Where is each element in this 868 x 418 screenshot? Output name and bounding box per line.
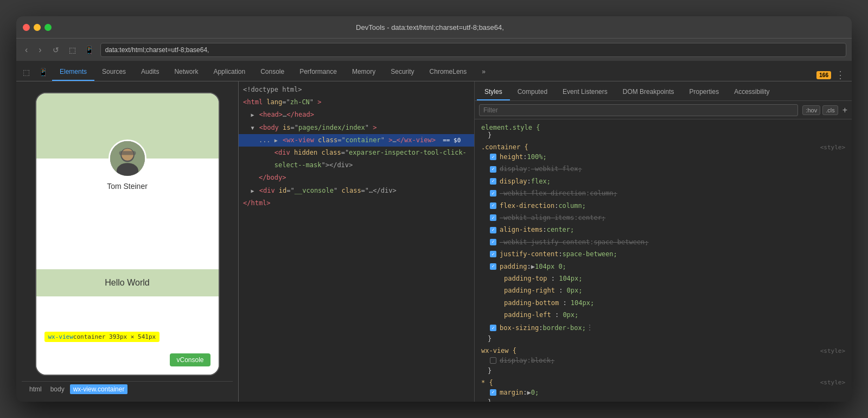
tab-more[interactable]: »: [474, 64, 493, 81]
prop-checkbox-padding[interactable]: ✓: [490, 263, 496, 270]
devtools-right-controls: 166 ⋮: [816, 69, 850, 81]
html-close[interactable]: </html>: [239, 197, 474, 210]
user-name: Tom Steiner: [107, 182, 148, 191]
html-head[interactable]: ▶ <head>…</head>: [239, 109, 474, 121]
html-doctype[interactable]: <!doctype html>: [239, 84, 474, 96]
tab-elements[interactable]: Elements: [52, 64, 94, 81]
html-root[interactable]: <html lang="zh-CN" >: [239, 96, 474, 109]
hov-button[interactable]: :hov: [802, 105, 820, 115]
wx-view-rule: wx-view { <style> display : block; }: [475, 345, 852, 376]
breadcrumb-body[interactable]: body: [47, 384, 68, 394]
forward-button[interactable]: ›: [35, 43, 44, 57]
prop-flex-direction: ✓ flex-direction : column;: [481, 200, 845, 212]
universal-rule: * { <style> ✓ margin : ▶ 0; }: [475, 377, 852, 402]
device-toggle-icon[interactable]: 📱: [34, 64, 52, 81]
prop-display-flex: ✓ display : flex;: [481, 175, 845, 187]
styles-panel: Styles Computed Event Listeners DOM Brea…: [475, 81, 852, 402]
prop-padding: ✓ padding : ▶ 104px 0;: [481, 261, 845, 273]
filter-input[interactable]: [479, 104, 798, 116]
prop-padding-top: padding-top : 104px;: [481, 273, 845, 284]
prop-box-sizing: ✓ box-sizing : border-box; ⋮: [481, 321, 845, 335]
html-exparser-div[interactable]: <div hidden class="exparser-inspector-to…: [239, 147, 474, 159]
html-wx-view[interactable]: ... ▶ <wx-view class="container" >…</wx-…: [239, 134, 474, 147]
styles-content: element.style { } .container { <style> ✓…: [475, 119, 852, 402]
inspect-icon[interactable]: ⬚: [67, 46, 78, 54]
prop-checkbox-height[interactable]: ✓: [490, 154, 496, 160]
prop-checkbox-webkit-align[interactable]: ✓: [490, 214, 496, 221]
tab-performance[interactable]: Performance: [292, 64, 344, 81]
prop-margin: ✓ margin : ▶ 0;: [481, 387, 845, 398]
prop-checkbox-justify[interactable]: ✓: [490, 251, 496, 257]
prop-checkbox-align-items[interactable]: ✓: [490, 227, 496, 233]
phone-frame: Tom Steiner Hello World wx-viewcontainer…: [35, 92, 220, 376]
devtools-tabs: ⬚ 📱 Elements Sources Audits Network Appl…: [16, 61, 852, 81]
tab-chromelens[interactable]: ChromeLens: [422, 64, 475, 81]
window-title: DevTools - data:text/html;charset=utf-8;…: [16, 23, 845, 31]
add-style-button[interactable]: +: [843, 105, 847, 115]
dimension-badge: wx-viewcontainer 393px × 541px: [44, 332, 160, 342]
html-tree-panel: <!doctype html> <html lang="zh-CN" > ▶ <…: [239, 81, 475, 402]
html-body-open[interactable]: ▼ <body is="pages/index/index" >: [239, 122, 474, 134]
tab-properties[interactable]: Properties: [681, 84, 726, 100]
prop-display-webkit: ✓ display : -webkit-flex;: [481, 163, 845, 175]
tab-network[interactable]: Network: [167, 64, 206, 81]
tab-sources[interactable]: Sources: [94, 64, 133, 81]
browser-toolbar: ‹ › ↺ ⬚ 📱: [16, 38, 852, 61]
main-content: Tom Steiner Hello World wx-viewcontainer…: [16, 81, 852, 402]
tab-dom-breakpoints[interactable]: DOM Breakpoints: [615, 84, 682, 100]
breadcrumb-container[interactable]: wx-view.container: [70, 384, 128, 394]
html-exparser-div2: select--mask"></div>: [239, 159, 474, 172]
prop-checkbox-webkit-flex-dir[interactable]: ✓: [490, 190, 496, 197]
tab-computed[interactable]: Computed: [510, 84, 555, 100]
tab-application[interactable]: Application: [206, 64, 253, 81]
more-options-dots[interactable]: ⋮: [586, 321, 593, 334]
prop-checkbox-display-block[interactable]: [490, 357, 496, 364]
breadcrumb-bar: html body wx-view.container: [22, 381, 233, 396]
tab-security[interactable]: Security: [383, 64, 422, 81]
warning-badge: 166: [816, 71, 831, 79]
reload-button[interactable]: ↺: [49, 43, 62, 56]
prop-align-items: ✓ align-items : center;: [481, 224, 845, 236]
hello-world-bar: Hello World: [36, 269, 219, 296]
address-bar[interactable]: [100, 43, 846, 57]
prop-webkit-justify: ✓ -webkit-justify-content : space-betwee…: [481, 236, 845, 248]
prop-justify-content: ✓ justify-content : space-between;: [481, 248, 845, 260]
html-vconsole-div[interactable]: ▶ <div id="__vconsole" class="…</div>: [239, 185, 474, 197]
avatar-area: Tom Steiner: [36, 140, 219, 191]
cls-button[interactable]: .cls: [822, 105, 838, 115]
back-button[interactable]: ‹: [22, 43, 31, 57]
prop-padding-right: padding-right : 0px;: [481, 284, 845, 296]
phone-screen: Tom Steiner Hello World wx-viewcontainer…: [36, 93, 219, 375]
prop-checkbox-box-sizing[interactable]: ✓: [490, 325, 496, 331]
tab-console[interactable]: Console: [253, 64, 292, 81]
prop-checkbox-display-webkit[interactable]: ✓: [490, 166, 496, 173]
tab-event-listeners[interactable]: Event Listeners: [555, 84, 615, 100]
element-style-rule: element.style { }: [475, 122, 852, 141]
prop-checkbox-display-flex[interactable]: ✓: [490, 178, 496, 185]
container-rule: .container { <style> ✓ height : 100%; ✓ …: [475, 141, 852, 345]
phone-bottom-area: wx-viewcontainer 393px × 541px vConsole: [36, 296, 219, 375]
tab-memory[interactable]: Memory: [344, 64, 383, 81]
prop-height: ✓ height : 100%;: [481, 151, 845, 163]
prop-checkbox-margin[interactable]: ✓: [490, 389, 496, 396]
tab-styles[interactable]: Styles: [477, 84, 510, 100]
prop-checkbox-webkit-justify[interactable]: ✓: [490, 239, 496, 245]
more-options-button[interactable]: ⋮: [835, 69, 845, 81]
vconsole-button[interactable]: vConsole: [170, 353, 210, 366]
device-icon[interactable]: 📱: [82, 46, 96, 54]
tab-audits[interactable]: Audits: [133, 64, 167, 81]
prop-webkit-align: ✓ -webkit-align-items : center;: [481, 212, 845, 224]
prop-display-block-strike: display : block;: [481, 354, 845, 366]
breadcrumb-html[interactable]: html: [26, 384, 45, 394]
prop-checkbox-flex-dir[interactable]: ✓: [490, 202, 496, 209]
filter-buttons: :hov .cls: [802, 105, 838, 115]
prop-webkit-flex-dir: ✓ -webkit-flex-direction : column;: [481, 187, 845, 199]
inspect-element-icon[interactable]: ⬚: [18, 64, 34, 81]
filter-bar: :hov .cls +: [475, 101, 852, 119]
prop-padding-bottom: padding-bottom : 104px;: [481, 297, 845, 309]
html-body-close[interactable]: </body>: [239, 172, 474, 184]
avatar: [108, 140, 146, 178]
tab-accessibility[interactable]: Accessibility: [726, 84, 777, 100]
devtools-window: DevTools - data:text/html;charset=utf-8;…: [16, 16, 852, 402]
titlebar: DevTools - data:text/html;charset=utf-8;…: [16, 16, 852, 38]
